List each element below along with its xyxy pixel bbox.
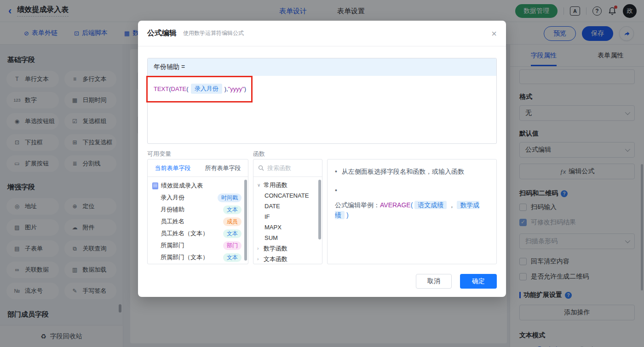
function-item[interactable]: MAPX [253,222,322,233]
group-label: 数学函数 [264,245,288,253]
type-badge-text: 文本 [223,253,242,262]
function-token: TEXT [154,85,169,92]
formula-expression[interactable]: TEXT ( DATE ( 录入月份 ) , "yyyy" ) [148,76,496,102]
function-item[interactable]: DATE [253,201,322,211]
formula-target: 年份辅助 = [148,58,496,76]
variable-name: 月份辅助 [152,205,223,214]
variable-name: 员工姓名（文本） [152,229,223,238]
variables-scrollbar[interactable] [244,180,247,261]
tip-line: • 从左侧面板选择字段名和函数，或输入函数 [335,166,489,176]
functions-scrollbar[interactable] [318,180,321,239]
paren-token: ( [186,85,188,92]
form-name: 绩效提成录入表 [158,182,242,190]
example-field-chip: 语文成绩 [414,201,447,209]
variables-tabs: 当前表单字段 所有表单字段 [148,159,248,177]
bullet: • [335,185,337,195]
paren-token: ) [244,85,246,92]
variables-label: 可用变量 [147,150,171,158]
type-badge-text: 文本 [223,205,242,214]
tips-panel: • 从左侧面板选择字段名和函数，或输入函数 • 公式编辑举例：AVERAGE(语… [327,159,497,264]
function-search [253,159,322,177]
example-prefix: 公式编辑举例： [335,201,380,209]
string-token: "yyyy" [228,85,244,92]
functions-panel: ∨常用函数 CONCATENATE DATE IF MAPX SUM ›数学函数… [253,159,322,264]
modal-footer: 取消 确定 [416,274,497,289]
variable-row[interactable]: 月份辅助文本 [148,204,248,216]
variable-name: 录入月份 [152,193,218,202]
search-input[interactable] [267,165,313,171]
chevron-down-icon: ∨ [257,182,264,188]
functions-list: ∨常用函数 CONCATENATE DATE IF MAPX SUM ›数学函数… [253,177,322,264]
example-function: AVERAGE [380,201,411,209]
tip-text: 从左侧面板选择字段名和函数，或输入函数 [342,166,464,176]
function-item[interactable]: SUM [253,233,322,243]
chevron-right-icon: › [257,246,264,251]
type-badge-timestamp: 时间戳 [218,193,242,202]
variable-name: 所属部门 [152,241,223,250]
form-node[interactable]: 绩效提成录入表 [148,180,248,192]
tab-all-form-fields[interactable]: 所有表单字段 [198,164,248,172]
paren: ( [411,201,413,209]
modal-subtitle: 使用数学运算符编辑公式 [183,29,244,37]
search-icon [258,165,264,171]
functions-label: 函数 [253,150,265,158]
variables-panel: 当前表单字段 所有表单字段 绩效提成录入表 录入月份时间戳 月份辅助文本 员工姓… [147,159,248,264]
chevron-right-icon: › [257,256,264,262]
type-badge-text: 文本 [223,229,242,238]
app: ‹ 绩效提成录入表 表单设计 表单设置 数据管理 A ? 政 ⊘ 表单外链 [0,0,644,347]
function-token: DATE [171,85,187,92]
group-text-functions[interactable]: ›文本函数 [253,254,322,264]
formula-editor[interactable]: 年份辅助 = TEXT ( DATE ( 录入月份 ) , "yyyy" ) [147,58,497,144]
type-badge-member: 成员 [223,217,242,226]
function-item[interactable]: CONCATENATE [253,190,322,201]
bullet: • [335,166,337,176]
variable-row[interactable]: 录入月份时间戳 [148,192,248,204]
form-file-icon [152,182,158,189]
modal-header: 公式编辑 使用数学运算符编辑公式 × [138,21,506,46]
cancel-button[interactable]: 取消 [416,274,452,289]
tip-example-line: • 公式编辑举例：AVERAGE(语文成绩，数学成绩) [335,185,489,220]
variable-name: 员工姓名 [152,217,223,226]
variables-list: 绩效提成录入表 录入月份时间戳 月份辅助文本 员工姓名成员 员工姓名（文本）文本… [148,177,248,263]
comma: ， [448,201,455,209]
paren: ) [346,211,349,219]
variable-name: 所属部门（文本） [152,253,223,262]
group-math-functions[interactable]: ›数学函数 [253,243,322,254]
variable-row[interactable]: 员工姓名成员 [148,216,248,228]
close-icon[interactable]: × [491,29,497,38]
variable-row[interactable]: 员工姓名（文本）文本 [148,228,248,239]
formula-edit-modal: 公式编辑 使用数学运算符编辑公式 × 年份辅助 = TEXT ( DATE ( … [138,21,506,297]
variable-row[interactable]: 所属部门部门 [148,239,248,251]
variable-row[interactable]: 所属部门（文本）文本 [148,251,248,263]
field-chip[interactable]: 录入月份 [191,84,222,94]
group-common-functions[interactable]: ∨常用函数 [253,180,322,190]
group-label: 常用函数 [264,181,288,189]
tab-current-form-fields[interactable]: 当前表单字段 [148,164,198,172]
modal-title: 公式编辑 [147,28,177,38]
function-item[interactable]: IF [253,211,322,222]
type-badge-department: 部门 [223,241,242,250]
confirm-button[interactable]: 确定 [460,274,497,289]
tip-example: 公式编辑举例：AVERAGE(语文成绩，数学成绩) [335,200,489,220]
group-label: 文本函数 [264,255,288,263]
